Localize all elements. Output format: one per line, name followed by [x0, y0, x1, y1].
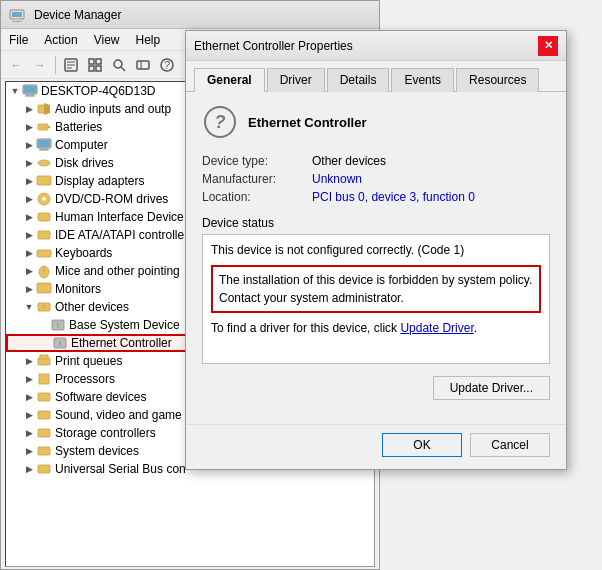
menu-help[interactable]: Help [128, 31, 169, 48]
expand-other[interactable]: ▼ [22, 300, 36, 314]
menu-view[interactable]: View [86, 31, 128, 48]
svg-rect-39 [37, 283, 51, 293]
svg-rect-27 [38, 140, 50, 147]
toolbar-btn2[interactable] [84, 54, 106, 76]
svg-marker-23 [44, 103, 50, 115]
expand-hid[interactable]: ▶ [22, 210, 36, 224]
tree-label-system: System devices [55, 444, 139, 458]
expand-usb[interactable]: ▶ [22, 462, 36, 476]
ok-button[interactable]: OK [382, 433, 462, 457]
device-status-label: Device status [202, 216, 550, 230]
device-big-icon: ? [202, 104, 238, 140]
svg-rect-1 [12, 12, 22, 17]
info-row-loc: Location: PCI bus 0, device 3, function … [202, 190, 550, 204]
device-manager-title-bar: Device Manager [1, 1, 379, 29]
svg-rect-8 [89, 59, 94, 64]
svg-rect-49 [38, 393, 50, 401]
tree-label-print: Print queues [55, 354, 122, 368]
dialog-footer: OK Cancel [186, 424, 566, 469]
tab-events[interactable]: Events [391, 68, 454, 92]
dialog-title: Ethernet Controller Properties [194, 39, 353, 53]
expand-monitors[interactable]: ▶ [22, 282, 36, 296]
expand-batteries[interactable]: ▶ [22, 120, 36, 134]
info-row-mfr: Manufacturer: Unknown [202, 172, 550, 186]
tab-details[interactable]: Details [327, 68, 390, 92]
expand-system[interactable]: ▶ [22, 444, 36, 458]
expand-software[interactable]: ▶ [22, 390, 36, 404]
ethernet-properties-dialog: Ethernet Controller Properties ✕ General… [185, 30, 567, 470]
expand-basesystem [36, 318, 50, 332]
svg-rect-3 [12, 21, 22, 22]
toolbar-btn4[interactable] [132, 54, 154, 76]
expand-keyboards[interactable]: ▶ [22, 246, 36, 260]
menu-file[interactable]: File [1, 31, 36, 48]
tree-label-ethernet: Ethernet Controller [71, 336, 172, 350]
tab-resources[interactable]: Resources [456, 68, 539, 92]
storage-icon [36, 425, 52, 441]
svg-rect-48 [39, 374, 49, 384]
error-line2: Contact your system administrator. [219, 289, 533, 307]
svg-rect-36 [37, 250, 51, 257]
expand-print[interactable]: ▶ [22, 354, 36, 368]
svg-text:!: ! [59, 340, 61, 347]
toolbar-btn1[interactable] [60, 54, 82, 76]
info-row-type: Device type: Other devices [202, 154, 550, 168]
expand-processors[interactable]: ▶ [22, 372, 36, 386]
tree-label-audio: Audio inputs and outp [55, 102, 171, 116]
manufacturer-label: Manufacturer: [202, 172, 312, 186]
tab-driver[interactable]: Driver [267, 68, 325, 92]
expand-computer[interactable]: ▶ [22, 138, 36, 152]
cancel-button[interactable]: Cancel [470, 433, 550, 457]
expand-mice[interactable]: ▶ [22, 264, 36, 278]
svg-rect-50 [38, 411, 50, 419]
device-status-box: This device is not configured correctly.… [202, 234, 550, 364]
basesystem-icon: ! [50, 317, 66, 333]
svg-rect-31 [37, 176, 51, 185]
expand-ethernet [38, 336, 52, 350]
tab-general[interactable]: General [194, 68, 265, 92]
mice-icon [36, 263, 52, 279]
svg-rect-29 [39, 150, 49, 151]
disk-icon [36, 155, 52, 171]
computer-icon [22, 83, 38, 99]
tree-label-hid: Human Interface Device [55, 210, 184, 224]
expand-disk[interactable]: ▶ [22, 156, 36, 170]
expand-display[interactable]: ▶ [22, 174, 36, 188]
update-driver-link[interactable]: Update Driver [400, 321, 473, 335]
status-line1: This device is not configured correctly.… [211, 241, 541, 259]
tree-label-computer: Computer [55, 138, 108, 152]
svg-rect-14 [137, 61, 149, 69]
update-driver-button[interactable]: Update Driver... [433, 376, 550, 400]
dialog-title-bar: Ethernet Controller Properties ✕ [186, 31, 566, 61]
update-text: To find a driver for this device, click … [211, 321, 541, 335]
dialog-close-button[interactable]: ✕ [538, 36, 558, 56]
svg-point-12 [114, 60, 122, 68]
menu-action[interactable]: Action [36, 31, 85, 48]
tree-label-monitors: Monitors [55, 282, 101, 296]
question-mark-icon: ? [204, 106, 236, 138]
device-type-label: Device type: [202, 154, 312, 168]
svg-rect-52 [38, 447, 50, 455]
svg-rect-53 [38, 465, 50, 473]
device-manager-title: Device Manager [34, 8, 371, 22]
expand-storage[interactable]: ▶ [22, 426, 36, 440]
svg-text:!: ! [57, 322, 59, 329]
tree-label-basesystem: Base System Device [69, 318, 180, 332]
device-header: ? Ethernet Controller [202, 104, 550, 140]
toolbar-help[interactable]: ? [156, 54, 178, 76]
usb-icon [36, 461, 52, 477]
toolbar-back[interactable]: ← [5, 54, 27, 76]
expand-dvd[interactable]: ▶ [22, 192, 36, 206]
expand-root[interactable]: ▼ [8, 84, 22, 98]
tree-label-storage: Storage controllers [55, 426, 156, 440]
system-icon [36, 443, 52, 459]
toolbar-forward[interactable]: → [29, 54, 51, 76]
keyboards-icon [36, 245, 52, 261]
expand-sound[interactable]: ▶ [22, 408, 36, 422]
ide-icon [36, 227, 52, 243]
svg-rect-34 [38, 213, 50, 221]
expand-ide[interactable]: ▶ [22, 228, 36, 242]
tree-label-processors: Processors [55, 372, 115, 386]
expand-audio[interactable]: ▶ [22, 102, 36, 116]
toolbar-btn3[interactable] [108, 54, 130, 76]
